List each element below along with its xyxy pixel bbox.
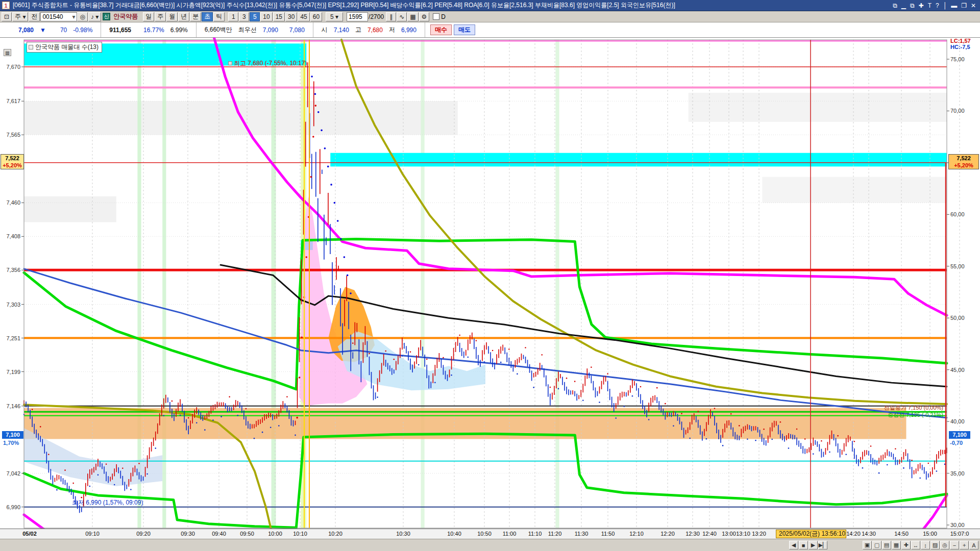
buy-button[interactable]: 매수 <box>430 24 452 35</box>
turnover-pct: 6.99% <box>170 27 188 34</box>
chart-area[interactable]: 7,6707,6177,5657,4607,4087,3567,3037,251… <box>0 38 980 551</box>
new-chart-icon[interactable]: ▢ <box>872 541 881 549</box>
prev-stock-button[interactable]: 전 <box>29 12 40 21</box>
search-button[interactable]: ◎ <box>77 12 87 21</box>
help-icon[interactable]: ? <box>936 2 939 9</box>
chevron-down-icon: ▾ <box>22 13 26 20</box>
candle-style-icon[interactable]: ∥ <box>386 12 396 21</box>
period-button-일[interactable]: 일 <box>143 12 154 21</box>
sar-dot <box>337 220 339 222</box>
restore-icon[interactable]: ❐ <box>961 2 967 9</box>
volume-profile-band <box>762 177 947 203</box>
current-price: 7,080 <box>18 27 34 34</box>
zoom-step-value: 5 <box>330 13 334 20</box>
minimize-icon[interactable]: ▬ <box>951 2 957 9</box>
period-button-분[interactable]: 분 <box>190 12 201 21</box>
stock-name-label: 안국약품 <box>113 12 138 21</box>
period-button-주[interactable]: 주 <box>155 12 166 21</box>
time-label: 12:30 <box>685 531 700 537</box>
scroll-end-button[interactable]: ▶▏ <box>818 541 827 549</box>
current-price-pct-right: -0,70 <box>950 440 963 446</box>
d-checkbox[interactable] <box>433 13 439 20</box>
sound-dropdown[interactable]: ♪ ▾ <box>88 12 101 21</box>
chart-tool-icon[interactable]: ▦ <box>4 49 11 56</box>
line-style-icon[interactable]: ∿ <box>397 12 407 21</box>
period-button-초[interactable]: 초 <box>202 12 213 21</box>
indicator-legend[interactable]: 안국약품 매물대 수(13) <box>27 42 102 53</box>
list-icon[interactable]: ▤ <box>882 541 891 549</box>
low-label: 저 <box>389 26 395 34</box>
sell-button[interactable]: 매도 <box>454 24 475 35</box>
time-label: 11:50 <box>601 531 615 537</box>
zoom-out-icon[interactable]: − <box>950 541 959 549</box>
sar-dot <box>330 184 332 186</box>
settings-icon[interactable]: ⚙ <box>419 12 430 21</box>
scroll-left-button[interactable]: ◀ <box>789 541 798 549</box>
bottom-icon-group: ▣▢▤▦✚↔↕▨◎−＋A <box>863 541 979 549</box>
sar-dot <box>327 166 329 168</box>
best-quote-label: 최우선 <box>238 26 257 34</box>
grid-icon[interactable]: ▦ <box>892 541 901 549</box>
time-axis[interactable]: 05/0209:1009:2009:3009:4009:5010:0010:10… <box>0 529 980 539</box>
interval-button-3[interactable]: 3 <box>239 12 249 21</box>
percent-axis-label: 30,00 <box>950 522 965 528</box>
price-axis-label: 7,460 <box>6 199 20 206</box>
text-tool-icon[interactable]: A <box>969 541 978 549</box>
interval-button-1[interactable]: 1 <box>228 12 238 21</box>
interval-button-10[interactable]: 10 <box>260 12 272 21</box>
window-number-icon: 1 <box>2 2 10 9</box>
period-button-월[interactable]: 월 <box>166 12 178 21</box>
separator[interactable]: │ <box>943 2 947 9</box>
interval-button-30[interactable]: 30 <box>285 12 297 21</box>
magnifier-icon[interactable]: ◎ <box>940 541 949 549</box>
zoom-in-icon[interactable]: ＋ <box>960 541 969 549</box>
scroll-control-group: ◀■▶▶▏ <box>789 541 828 549</box>
price-axis-label: 7,565 <box>6 132 20 138</box>
dock-icon[interactable]: ▁ <box>901 2 906 9</box>
save-icon[interactable]: ▦ <box>407 12 418 21</box>
pin-icon[interactable]: ✚ <box>919 2 924 9</box>
sar-dot <box>350 292 352 294</box>
app-window: 1 [0601] 주식종합차트 - 유통비율[38.7] 거래대금[6,660(… <box>0 0 980 551</box>
interval-button-15[interactable]: 15 <box>273 12 285 21</box>
price-axis-label: 7,408 <box>6 233 20 239</box>
copy-window-icon[interactable]: ⧉ <box>893 2 897 9</box>
crosshair-icon[interactable]: ✚ <box>901 541 911 549</box>
stock-type-dropdown[interactable]: 주 ▾ <box>12 12 28 21</box>
percent-axis-label: 70,00 <box>950 108 965 114</box>
area-select-icon[interactable]: ▨ <box>930 541 940 549</box>
time-label: 15:07:0 <box>950 531 969 537</box>
period-button-년[interactable]: 년 <box>178 12 189 21</box>
window-select-button[interactable]: ⊡ <box>2 12 12 21</box>
v-measure-icon[interactable]: ↕ <box>921 541 930 549</box>
h-measure-icon[interactable]: ↔ <box>911 541 920 549</box>
time-label: 10:30 <box>396 531 410 537</box>
price-axis-label: 7,146 <box>6 403 20 409</box>
interval-button-5[interactable]: 5 <box>250 12 260 21</box>
center-line-note: 중심선 7,135 (-0,21%) <box>888 411 943 419</box>
price-chart[interactable]: 7,6707,6177,5657,4607,4087,3567,3037,251… <box>0 38 980 551</box>
session-high-note: 최고 7,680 (-7,55%, 10:17) <box>228 59 307 68</box>
time-label: 12:20 <box>660 531 675 537</box>
price-axis-label: 7,303 <box>6 302 20 308</box>
duplicate-window-icon[interactable]: ⧉ <box>910 2 915 9</box>
sar-dot <box>317 111 320 113</box>
upper-band-pct: +5,20% <box>949 162 978 169</box>
close-icon[interactable]: ✕ <box>971 2 976 9</box>
scroll-stop-button[interactable]: ■ <box>799 541 808 549</box>
percent-axis-label: 75,00 <box>950 56 965 62</box>
interval-button-60[interactable]: 60 <box>310 12 322 21</box>
bar-count-input[interactable]: 1595 <box>347 12 368 21</box>
scroll-right-button[interactable]: ▶ <box>808 541 818 549</box>
screenshot-icon[interactable]: ▣ <box>863 541 872 549</box>
sar-dot <box>324 147 326 149</box>
legend-checkbox-icon[interactable] <box>29 45 33 49</box>
period-button-틱[interactable]: 틱 <box>213 12 225 21</box>
interval-button-45[interactable]: 45 <box>298 12 309 21</box>
best-bid: 7,080 <box>289 27 305 34</box>
font-icon[interactable]: T <box>928 2 932 9</box>
title-bar[interactable]: 1 [0601] 주식종합차트 - 유통비율[38.7] 거래대금[6,660(… <box>0 0 980 11</box>
zoom-step-dropdown[interactable]: 5 ▾ <box>326 12 343 21</box>
stock-code-input[interactable]: 001540▾ <box>40 12 77 21</box>
time-label: 09:50 <box>240 531 254 537</box>
